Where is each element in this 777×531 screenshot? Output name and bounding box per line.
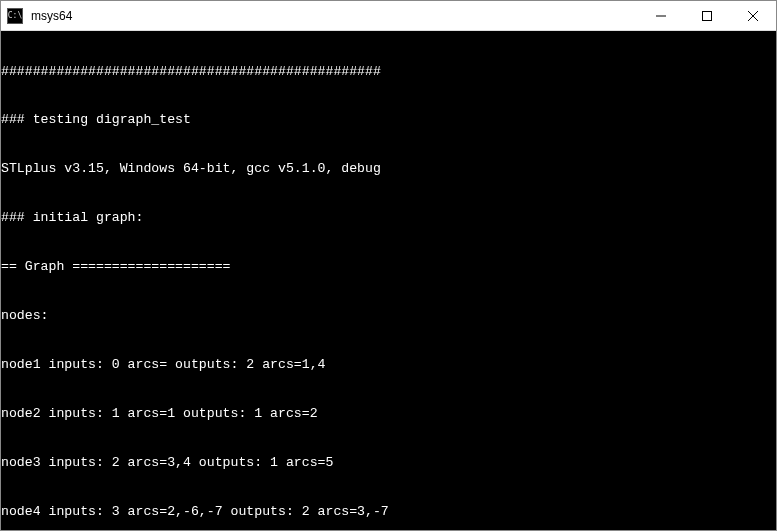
titlebar[interactable]: C:\ msys64 — [1, 1, 776, 31]
minimize-icon — [656, 11, 666, 21]
maximize-icon — [702, 11, 712, 21]
terminal-line: == Graph ==================== — [1, 259, 776, 275]
window-frame: C:\ msys64 #############################… — [0, 0, 777, 531]
svg-rect-1 — [703, 11, 712, 20]
maximize-button[interactable] — [684, 1, 730, 30]
app-icon-text: C:\ — [8, 12, 22, 20]
terminal-line: node4 inputs: 3 arcs=2,-6,-7 outputs: 2 … — [1, 504, 776, 520]
terminal-line: STLplus v3.15, Windows 64-bit, gcc v5.1.… — [1, 161, 776, 177]
minimize-button[interactable] — [638, 1, 684, 30]
window-title: msys64 — [29, 9, 638, 23]
terminal-line: ### initial graph: — [1, 210, 776, 226]
window-controls — [638, 1, 776, 30]
close-icon — [748, 11, 758, 21]
terminal-line: ### testing digraph_test — [1, 112, 776, 128]
app-icon: C:\ — [7, 8, 23, 24]
terminal-line: node1 inputs: 0 arcs= outputs: 2 arcs=1,… — [1, 357, 776, 373]
close-button[interactable] — [730, 1, 776, 30]
terminal-line: node3 inputs: 2 arcs=3,4 outputs: 1 arcs… — [1, 455, 776, 471]
terminal-line: node2 inputs: 1 arcs=1 outputs: 1 arcs=2 — [1, 406, 776, 422]
terminal-line: ########################################… — [1, 64, 776, 80]
terminal-line: nodes: — [1, 308, 776, 324]
terminal-output[interactable]: ########################################… — [1, 31, 776, 530]
